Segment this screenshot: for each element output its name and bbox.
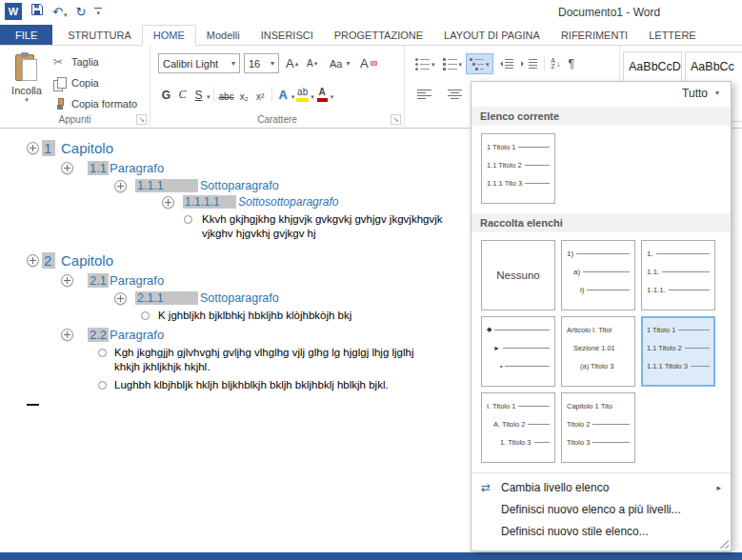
outline-expand-icon[interactable] <box>114 292 127 305</box>
outline-expand-icon[interactable] <box>27 254 39 267</box>
text-effects-button[interactable]: A <box>275 84 291 105</box>
clear-formatting-button[interactable]: A <box>360 53 377 73</box>
grow-font-button[interactable]: A ▴ <box>286 53 298 73</box>
highlight-label: ab <box>297 88 308 97</box>
heading-text: Paragrafo <box>110 328 164 342</box>
bold-button[interactable]: G <box>158 84 174 105</box>
font-color-button[interactable]: A <box>314 84 331 105</box>
italic-button[interactable]: C <box>174 84 191 105</box>
bullet-glyph: ◆ <box>487 326 491 333</box>
shrink-arrow-icon: ▾ <box>314 60 318 67</box>
save-button[interactable] <box>30 3 44 20</box>
tab-progettazione[interactable]: PROGETTAZIONE <box>324 25 433 45</box>
tab-layout-di-pagina[interactable]: LAYOUT DI PAGINA <box>433 25 551 45</box>
grow-arrow-icon: ▴ <box>295 60 299 67</box>
multilevel-list-button[interactable]: ▾ <box>466 53 493 74</box>
clear-formatting-letter: A <box>360 57 369 70</box>
decrease-indent-button[interactable] <box>493 53 517 74</box>
list-style-capitolo[interactable]: Capitolo 1 Tito Titolo 2 Titolo 3 <box>561 392 635 463</box>
outline-expand-icon[interactable] <box>114 180 127 192</box>
font-size-combo[interactable]: 16 ▾ <box>244 53 279 73</box>
current-list-preview[interactable]: 1 Titolo 1 1.1 Titolo 2 1.1.1 Tito 3 <box>481 133 555 204</box>
cut-button[interactable]: ✂ Taglia <box>53 52 99 71</box>
decrease-indent-icon <box>497 59 513 69</box>
outline-expand-icon[interactable] <box>61 162 73 174</box>
heading-number: 2.1 <box>88 273 109 288</box>
body-line: Lughbh klbjhbljk hkljh bljkhblkjh bkljh … <box>114 378 389 392</box>
preview-line: 1.1 Titolo 2 <box>487 161 522 170</box>
subscript-button[interactable]: x₂ <box>236 84 252 105</box>
preview-line: 1 Titolo 1 <box>487 143 515 151</box>
underline-button[interactable]: S <box>191 84 207 105</box>
heading-number: 1.1.1.1 <box>183 195 236 209</box>
align-left-button[interactable] <box>413 84 435 105</box>
outline-expand-icon[interactable] <box>61 329 73 341</box>
list-style-none[interactable]: Nessuno <box>481 240 555 310</box>
format-painter-button[interactable]: Copia formato <box>53 94 137 113</box>
outline-expand-icon[interactable] <box>61 274 73 287</box>
font-name-combo[interactable]: Calibri Light ▾ <box>158 53 240 73</box>
shrink-font-button[interactable]: A ▾ <box>307 53 317 73</box>
customize-qat-button[interactable]: ▾ <box>94 8 102 16</box>
tab-home[interactable]: HOME <box>142 25 196 46</box>
outline-bullet-icon[interactable] <box>141 311 150 320</box>
change-list-level-icon: ⇄ <box>481 481 501 494</box>
outline-bullet-icon[interactable] <box>98 381 107 390</box>
bullet-list-button[interactable]: ▾ <box>411 53 439 74</box>
numbered-list-button[interactable]: ▾ <box>439 53 467 74</box>
heading-number: 2.1.1 <box>135 291 198 305</box>
gallery-filter-button[interactable]: Tutto ▾ <box>682 87 719 100</box>
outline-expand-icon[interactable] <box>27 142 39 154</box>
cut-label: Taglia <box>71 56 99 68</box>
title-bar: W ↶ ▾ ↻ ▾ Documento1 - Word <box>0 0 742 25</box>
format-painter-brush-icon <box>53 98 66 110</box>
undo-button[interactable]: ↶ ▾ <box>52 6 67 18</box>
copy-label: Copia <box>71 77 99 89</box>
paste-button[interactable]: Incolla ▾ <box>5 50 49 117</box>
clipboard-dialog-launcher[interactable]: ↘ <box>136 114 147 125</box>
list-library-grid: Nessuno 1) a) i) 1. 1.1. 1.1.1. ◆ ► ▪ Ar… <box>471 232 731 469</box>
redo-button[interactable]: ↻ <box>75 6 86 18</box>
save-floppy-icon <box>30 3 44 16</box>
font-color-arrow-icon[interactable]: ▾ <box>331 93 334 105</box>
copy-button[interactable]: Copia <box>53 73 99 92</box>
heading-number: 1 <box>42 140 55 156</box>
increase-indent-button[interactable] <box>517 53 541 74</box>
outline-expand-icon[interactable] <box>162 196 174 209</box>
list-style-roman[interactable]: I. Titolo 1 A. Titolo 2 1. Titolo 3 <box>481 392 555 463</box>
list-style-number-paren[interactable]: 1) a) i) <box>561 240 635 310</box>
tab-file[interactable]: FILE <box>0 25 52 45</box>
list-style-bullets[interactable]: ◆ ► ▪ <box>481 316 555 387</box>
clipboard-group-label: Appunti <box>0 114 150 125</box>
paste-dropdown-arrow-icon[interactable]: ▾ <box>25 96 29 103</box>
tab-lettere[interactable]: LETTERE <box>638 25 707 45</box>
font-dialog-launcher[interactable]: ↘ <box>391 114 401 125</box>
strikethrough-button[interactable]: abc <box>217 84 236 105</box>
list-style-number-dot[interactable]: 1. 1.1. 1.1.1. <box>641 240 715 310</box>
tab-riferimenti[interactable]: RIFERIMENTI <box>551 25 638 45</box>
align-center-button[interactable] <box>444 84 466 105</box>
menu-item-change-list-level[interactable]: ⇄ Cambia livello elenco ▸ <box>471 476 731 498</box>
change-case-button[interactable]: Aa ▾ <box>330 53 350 73</box>
highlight-button[interactable]: ab <box>294 84 311 105</box>
bullet-list-arrow-icon: ▾ <box>431 61 435 68</box>
menu-item-define-new-multilevel-list[interactable]: Definisci nuovo elenco a più livelli... <box>471 498 731 520</box>
clipboard-icon <box>15 53 38 83</box>
word-logo-icon[interactable]: W <box>5 3 22 20</box>
outline-bullet-icon[interactable] <box>98 349 107 357</box>
superscript-button[interactable]: x² <box>252 84 269 105</box>
menu-item-define-new-list-style[interactable]: Definisci nuovo stile elenco... <box>471 520 731 542</box>
tab-struttura[interactable]: STRUTTURA <box>57 25 142 45</box>
list-style-titolo-numbered-selected[interactable]: 1 Titolo 1 1.1 Titolo 2 1.1.1 Titolo 3 <box>641 316 715 387</box>
show-paragraph-marks-button[interactable]: ¶ <box>564 53 577 74</box>
tab-modelli[interactable]: Modelli <box>196 25 251 45</box>
multilevel-list-dropdown: Tutto ▾ Elenco corrente 1 Titolo 1 1.1 T… <box>471 81 732 551</box>
undo-dropdown-arrow-icon[interactable]: ▾ <box>64 11 68 18</box>
sort-button[interactable]: AZ ↓ <box>548 53 565 74</box>
outline-bullet-icon[interactable] <box>184 215 192 224</box>
gallery-filter-label: Tutto <box>682 87 708 100</box>
tab-inserisci[interactable]: INSERISCI <box>251 25 324 45</box>
underline-arrow-icon[interactable]: ▾ <box>207 93 211 105</box>
heading-number: 1.1 <box>88 161 109 175</box>
list-style-articolo[interactable]: Articolo I. Titol Sezione 1.01 (a) Titol… <box>561 316 635 387</box>
